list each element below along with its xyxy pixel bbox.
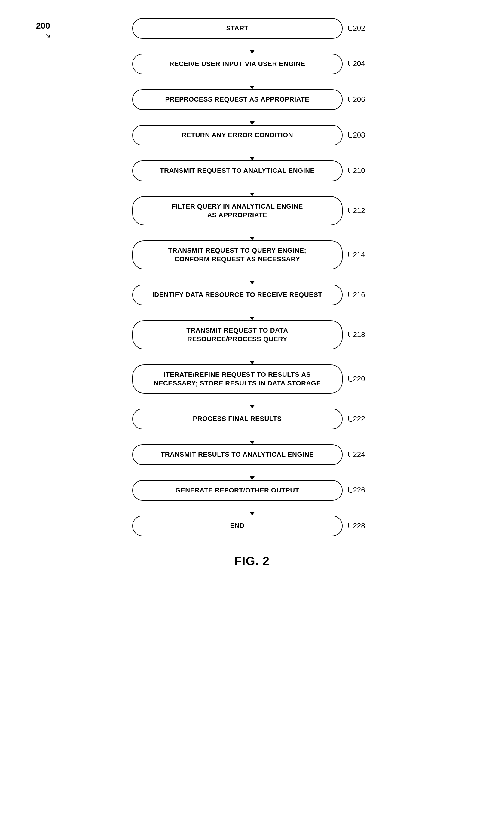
connector-line — [252, 305, 253, 317]
connector-1 — [250, 39, 255, 54]
step-218-row: TRANSMIT REQUEST TO DATARESOURCE/PROCESS… — [6, 320, 498, 350]
connector-line — [252, 429, 253, 441]
connector-3 — [250, 110, 255, 125]
connector-line — [252, 181, 253, 193]
connector-arrow — [250, 157, 255, 160]
step-206-number: 206 — [348, 95, 372, 104]
step-224-row: TRANSMIT RESULTS TO ANALYTICAL ENGINE224 — [6, 444, 498, 465]
step-222-number: 222 — [348, 415, 372, 423]
connector-arrow — [250, 122, 255, 125]
connector-arrow — [250, 512, 255, 516]
step-206-wrapper: PREPROCESS REQUEST AS APPROPRIATE206 — [132, 89, 372, 110]
connector-arrow — [250, 281, 255, 285]
connector-line — [252, 145, 253, 157]
connector-line — [252, 465, 253, 476]
flowchart: START202 RECEIVE USER INPUT VIA USER ENG… — [6, 18, 498, 536]
connector-arrow — [250, 405, 255, 408]
step-212-number: 212 — [348, 206, 372, 215]
step-210-row: TRANSMIT REQUEST TO ANALYTICAL ENGINE210 — [6, 160, 498, 181]
step-220-wrapper: ITERATE/REFINE REQUEST TO RESULTS ASNECE… — [132, 364, 372, 393]
step-206-box: PREPROCESS REQUEST AS APPROPRIATE — [132, 89, 343, 110]
connector-2 — [250, 74, 255, 89]
step-start-row: START202 — [6, 18, 498, 39]
connector-arrow — [250, 361, 255, 364]
step-start-wrapper: START202 — [132, 18, 372, 39]
step-start-number: 202 — [348, 24, 372, 33]
step-214-row: TRANSMIT REQUEST TO QUERY ENGINE;CONFORM… — [6, 240, 498, 270]
step-226-box: GENERATE REPORT/OTHER OUTPUT — [132, 480, 343, 501]
connector-line — [252, 350, 253, 361]
connector-arrow — [250, 86, 255, 89]
step-212-row: FILTER QUERY IN ANALYTICAL ENGINEAS APPR… — [6, 196, 498, 225]
step-220-number: 220 — [348, 375, 372, 383]
connector-8 — [250, 305, 255, 320]
step-204-box: RECEIVE USER INPUT VIA USER ENGINE — [132, 54, 343, 75]
step-208-number: 208 — [348, 131, 372, 140]
step-218-wrapper: TRANSMIT REQUEST TO DATARESOURCE/PROCESS… — [132, 320, 372, 350]
step-224-box: TRANSMIT RESULTS TO ANALYTICAL ENGINE — [132, 444, 343, 465]
connector-line — [252, 393, 253, 405]
connector-arrow — [250, 476, 255, 480]
connector-12 — [250, 465, 255, 480]
connector-13 — [250, 501, 255, 516]
step-210-wrapper: TRANSMIT REQUEST TO ANALYTICAL ENGINE210 — [132, 160, 372, 181]
step-220-box: ITERATE/REFINE REQUEST TO RESULTS ASNECE… — [132, 364, 343, 393]
step-end-wrapper: END228 — [132, 516, 372, 536]
page-container: 200 ↘ START202 RECEIVE USER INPUT VIA US… — [6, 12, 498, 568]
step-224-wrapper: TRANSMIT RESULTS TO ANALYTICAL ENGINE224 — [132, 444, 372, 465]
connector-4 — [250, 145, 255, 160]
step-end-number: 228 — [348, 522, 372, 530]
step-216-box: IDENTIFY DATA RESOURCE TO RECEIVE REQUES… — [132, 285, 343, 305]
step-212-wrapper: FILTER QUERY IN ANALYTICAL ENGINEAS APPR… — [132, 196, 372, 225]
step-204-row: RECEIVE USER INPUT VIA USER ENGINE204 — [6, 54, 498, 75]
connector-5 — [250, 181, 255, 196]
step-end-row: END228 — [6, 516, 498, 536]
step-214-number: 214 — [348, 250, 372, 259]
step-start-box: START — [132, 18, 343, 39]
step-204-number: 204 — [348, 60, 372, 68]
connector-line — [252, 39, 253, 50]
step-214-wrapper: TRANSMIT REQUEST TO QUERY ENGINE;CONFORM… — [132, 240, 372, 270]
step-226-row: GENERATE REPORT/OTHER OUTPUT226 — [6, 480, 498, 501]
step-212-box: FILTER QUERY IN ANALYTICAL ENGINEAS APPR… — [132, 196, 343, 225]
connector-6 — [250, 225, 255, 240]
step-204-wrapper: RECEIVE USER INPUT VIA USER ENGINE204 — [132, 54, 372, 75]
connector-arrow — [250, 317, 255, 320]
step-216-row: IDENTIFY DATA RESOURCE TO RECEIVE REQUES… — [6, 285, 498, 305]
connector-line — [252, 270, 253, 281]
step-216-wrapper: IDENTIFY DATA RESOURCE TO RECEIVE REQUES… — [132, 285, 372, 305]
step-222-row: PROCESS FINAL RESULTS222 — [6, 408, 498, 429]
step-208-wrapper: RETURN ANY ERROR CONDITION208 — [132, 125, 372, 146]
step-206-row: PREPROCESS REQUEST AS APPROPRIATE206 — [6, 89, 498, 110]
fig-caption: FIG. 2 — [234, 554, 270, 568]
step-end-box: END — [132, 516, 343, 536]
connector-line — [252, 225, 253, 237]
step-214-box: TRANSMIT REQUEST TO QUERY ENGINE;CONFORM… — [132, 240, 343, 270]
step-220-row: ITERATE/REFINE REQUEST TO RESULTS ASNECE… — [6, 364, 498, 393]
step-216-number: 216 — [348, 291, 372, 299]
step-222-box: PROCESS FINAL RESULTS — [132, 408, 343, 429]
connector-10 — [250, 393, 255, 408]
step-222-wrapper: PROCESS FINAL RESULTS222 — [132, 408, 372, 429]
connector-11 — [250, 429, 255, 444]
connector-9 — [250, 350, 255, 364]
connector-line — [252, 501, 253, 512]
step-226-wrapper: GENERATE REPORT/OTHER OUTPUT226 — [132, 480, 372, 501]
step-218-number: 218 — [348, 330, 372, 339]
connector-arrow — [250, 237, 255, 240]
step-210-number: 210 — [348, 166, 372, 175]
connector-line — [252, 110, 253, 122]
connector-line — [252, 74, 253, 86]
step-208-row: RETURN ANY ERROR CONDITION208 — [6, 125, 498, 146]
step-224-number: 224 — [348, 450, 372, 459]
step-210-box: TRANSMIT REQUEST TO ANALYTICAL ENGINE — [132, 160, 343, 181]
step-226-number: 226 — [348, 486, 372, 495]
connector-arrow — [250, 441, 255, 444]
connector-arrow — [250, 193, 255, 196]
step-208-box: RETURN ANY ERROR CONDITION — [132, 125, 343, 146]
connector-arrow — [250, 50, 255, 54]
step-218-box: TRANSMIT REQUEST TO DATARESOURCE/PROCESS… — [132, 320, 343, 350]
connector-7 — [250, 270, 255, 285]
